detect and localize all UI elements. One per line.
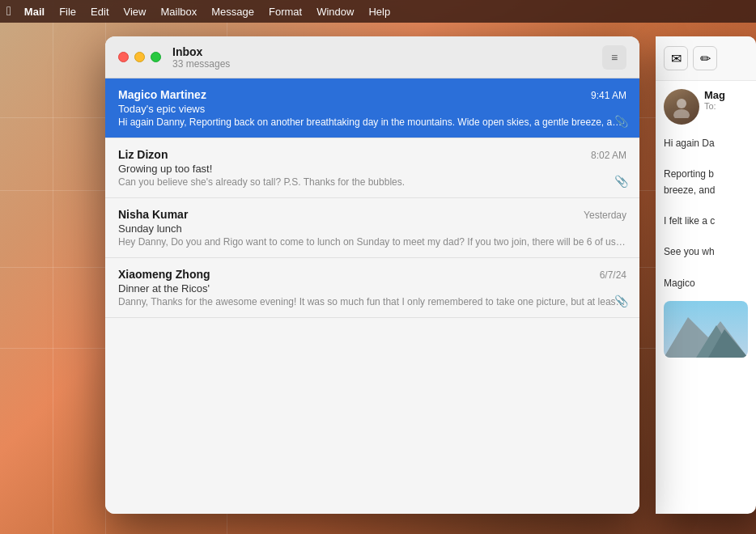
new-message-icon[interactable]: ✉ [664, 46, 688, 70]
email-header-3: Nisha Kumar Yesterday [118, 208, 626, 221]
titlebar: Inbox 33 messages ≡ [105, 36, 639, 78]
email-subject-1: Today's epic views [118, 103, 626, 115]
email-time-4: 6/7/24 [600, 269, 626, 281]
menubar-item-window[interactable]: Window [310, 4, 360, 19]
menubar-item-view[interactable]: View [117, 4, 153, 19]
message-line-4: See you wh [664, 244, 748, 260]
close-button[interactable] [118, 52, 129, 62]
message-sender-name: Mag [704, 89, 725, 101]
email-subject-4: Dinner at the Ricos' [118, 282, 626, 295]
message-meta: Mag To: [704, 89, 725, 111]
apple-menu-icon[interactable]:  [6, 4, 11, 19]
email-subject-3: Sunday lunch [118, 222, 626, 235]
email-header-1: Magico Martinez 9:41 AM [118, 88, 626, 101]
mountain-image [664, 301, 748, 358]
email-item-4[interactable]: Xiaomeng Zhong 6/7/24 Dinner at the Rico… [105, 258, 639, 318]
menubar-item-mailbox[interactable]: Mailbox [154, 4, 203, 19]
filter-button[interactable]: ≡ [602, 45, 626, 70]
menubar-item-help[interactable]: Help [362, 4, 397, 19]
message-line-3: I felt like a c [664, 214, 748, 229]
attachment-icon-2: 📎 [614, 175, 628, 188]
email-list[interactable]: Magico Martinez 9:41 AM Today's epic vie… [105, 78, 639, 514]
email-item-3[interactable]: Nisha Kumar Yesterday Sunday lunch Hey D… [105, 198, 639, 258]
email-time-1: 9:41 AM [591, 90, 626, 101]
svg-point-1 [673, 109, 690, 118]
message-preview-panel: ✉ ✏ Mag To: Hi again Da Reporting bbreez… [656, 36, 756, 514]
message-line-2: Reporting bbreeze, and [664, 167, 748, 197]
menubar-item-file[interactable]: File [53, 4, 83, 19]
message-sender-header: Mag To: [656, 81, 756, 129]
email-subject-2: Growing up too fast! [118, 163, 626, 175]
mail-window: Inbox 33 messages ≡ Magico Martinez 9:41… [105, 36, 639, 514]
traffic-lights [118, 52, 161, 62]
window-title: Inbox [172, 45, 602, 58]
maximize-button[interactable] [151, 52, 161, 62]
titlebar-info: Inbox 33 messages [172, 45, 602, 70]
email-sender-1: Magico Martinez [118, 88, 206, 101]
menubar:  Mail File Edit View Mailbox Message Fo… [0, 0, 756, 23]
email-time-2: 8:02 AM [591, 150, 626, 161]
avatar [664, 89, 699, 125]
message-line-1: Hi again Da [664, 136, 748, 151]
email-preview-2: Can you believe she's already so tall? P… [118, 176, 626, 188]
message-line-5: Magico [664, 276, 748, 291]
email-sender-4: Xiaomeng Zhong [118, 268, 210, 281]
menubar-item-edit[interactable]: Edit [84, 4, 115, 19]
svg-point-0 [677, 99, 686, 108]
menubar-item-format[interactable]: Format [262, 4, 308, 19]
titlebar-actions: ≡ [602, 45, 626, 70]
filter-icon: ≡ [611, 51, 618, 64]
attachment-icon-4: 📎 [614, 295, 628, 307]
email-header-4: Xiaomeng Zhong 6/7/24 [118, 268, 626, 281]
message-image [664, 301, 748, 358]
email-item-2[interactable]: Liz Dizon 8:02 AM Growing up too fast! C… [105, 138, 639, 198]
message-toolbar: ✉ ✏ [656, 36, 756, 81]
email-sender-3: Nisha Kumar [118, 208, 188, 221]
avatar-image [670, 95, 693, 118]
email-item-1[interactable]: Magico Martinez 9:41 AM Today's epic vie… [105, 78, 639, 138]
minimize-button[interactable] [134, 52, 145, 62]
window-subtitle: 33 messages [172, 58, 602, 70]
compose-icon[interactable]: ✏ [693, 46, 717, 70]
email-preview-1: Hi again Danny, Reporting back on anothe… [118, 117, 626, 128]
menubar-item-mail[interactable]: Mail [18, 4, 51, 19]
email-preview-3: Hey Danny, Do you and Rigo want to come … [118, 236, 626, 248]
email-preview-4: Danny, Thanks for the awesome evening! I… [118, 296, 626, 307]
menubar-item-message[interactable]: Message [205, 4, 261, 19]
email-sender-2: Liz Dizon [118, 148, 168, 161]
menubar-items: Mail File Edit View Mailbox Message Form… [18, 4, 397, 19]
email-time-3: Yesterday [584, 210, 626, 221]
message-body: Hi again Da Reporting bbreeze, and I fel… [656, 129, 756, 298]
message-to: To: [704, 101, 725, 111]
attachment-icon-1: 📎 [614, 115, 628, 128]
email-header-2: Liz Dizon 8:02 AM [118, 148, 626, 161]
